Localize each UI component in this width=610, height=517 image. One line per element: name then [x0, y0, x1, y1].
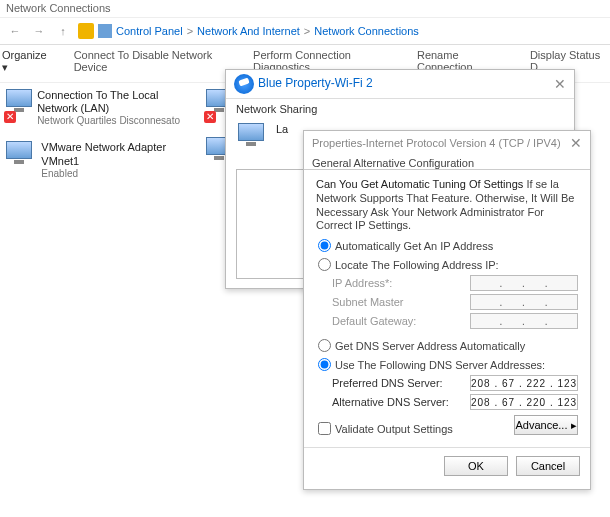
connect-device-cmd[interactable]: Connect To Disable Network Device	[74, 49, 229, 74]
radio-auto-ip-input[interactable]	[318, 239, 331, 252]
ok-button[interactable]: OK	[444, 456, 508, 476]
alt-dns-field[interactable]	[470, 394, 578, 410]
subnet-mask-field	[470, 294, 578, 310]
organize-menu[interactable]: Organize ▾	[2, 49, 50, 74]
error-x-icon: ✕	[4, 111, 16, 123]
radio-manual-ip-input[interactable]	[318, 258, 331, 271]
radio-auto-dns[interactable]: Get DNS Server Address Automatically	[318, 339, 578, 352]
tab-general[interactable]: General Alternative Configuration	[312, 157, 474, 169]
adapter-status: Enabled	[41, 168, 194, 180]
pc-icon	[98, 24, 112, 38]
cancel-button[interactable]: Cancel	[516, 456, 580, 476]
close-icon[interactable]: ✕	[554, 76, 566, 92]
radio-auto-ip-label: Automatically Get An IP Address	[335, 240, 493, 252]
preferred-dns-label: Preferred DNS Server:	[332, 377, 470, 389]
radio-auto-ip[interactable]: Automatically Get An IP Address	[318, 239, 578, 252]
ipv4-heading: Can You Get Automatic Tuning Of Settings	[316, 178, 523, 190]
breadcrumb-root[interactable]: Control Panel	[116, 25, 183, 37]
alt-dns-label: Alternative DNS Server:	[332, 396, 470, 408]
wifi-dialog-title: Blue Property-Wi-Fi 2	[258, 76, 373, 90]
adapter-status: Network Quartiles Disconnesato	[37, 115, 194, 127]
breadcrumb-leaf[interactable]: Network Connections	[314, 25, 419, 37]
adapter-lan[interactable]: ✕ Connection To The Local Network (LAN) …	[4, 89, 194, 127]
validate-checkbox-label: Validate Output Settings	[335, 423, 453, 435]
close-icon[interactable]: ✕	[570, 135, 582, 151]
gateway-field	[470, 313, 578, 329]
forward-arrow-icon[interactable]: →	[30, 22, 48, 40]
breadcrumb-sep: >	[304, 25, 310, 37]
adapter-vmnet1[interactable]: VMware Network Adapter VMnet1 Enabled	[4, 141, 194, 179]
adapter-name: VMware Network Adapter VMnet1	[41, 141, 194, 167]
breadcrumb-sep: >	[187, 25, 193, 37]
radio-manual-dns-label: Use The Following DNS Server Addresses:	[335, 359, 545, 371]
up-arrow-icon[interactable]: ↑	[54, 22, 72, 40]
folder-icon	[78, 23, 94, 39]
advanced-button[interactable]: Advance... ▸	[514, 415, 578, 435]
preferred-dns-field[interactable]	[470, 375, 578, 391]
radio-manual-ip-label: Locate The Following Address IP:	[335, 259, 499, 271]
bluetooth-icon	[234, 74, 254, 94]
validate-checkbox-input[interactable]	[318, 422, 331, 435]
breadcrumb-mid[interactable]: Network And Internet	[197, 25, 300, 37]
radio-auto-dns-input[interactable]	[318, 339, 331, 352]
ip-address-label: IP Address*:	[332, 277, 470, 289]
ipv4-dialog-title: Properties-Internet Protocol Version 4 (…	[312, 137, 561, 149]
radio-auto-dns-label: Get DNS Server Address Automatically	[335, 340, 525, 352]
radio-manual-dns[interactable]: Use The Following DNS Server Addresses:	[318, 358, 578, 371]
error-x-icon: ✕	[204, 111, 216, 123]
radio-manual-dns-input[interactable]	[318, 358, 331, 371]
adapter-name: Connection To The Local Network (LAN)	[37, 89, 194, 115]
ip-address-field	[470, 275, 578, 291]
window-title: Network Connections	[6, 2, 111, 14]
ipv4-properties-dialog: Properties-Internet Protocol Version 4 (…	[303, 130, 591, 490]
adapter-name: La	[276, 123, 288, 136]
explorer-toolbar: ← → ↑ Control Panel > Network And Intern…	[0, 18, 610, 45]
breadcrumb[interactable]: Control Panel > Network And Internet > N…	[78, 23, 604, 39]
gateway-label: Default Gateway:	[332, 315, 470, 327]
radio-manual-ip[interactable]: Locate The Following Address IP:	[318, 258, 578, 271]
network-sharing-tab[interactable]: Network Sharing	[226, 98, 574, 119]
subnet-mask-label: Subnet Master	[332, 296, 470, 308]
back-arrow-icon[interactable]: ←	[6, 22, 24, 40]
